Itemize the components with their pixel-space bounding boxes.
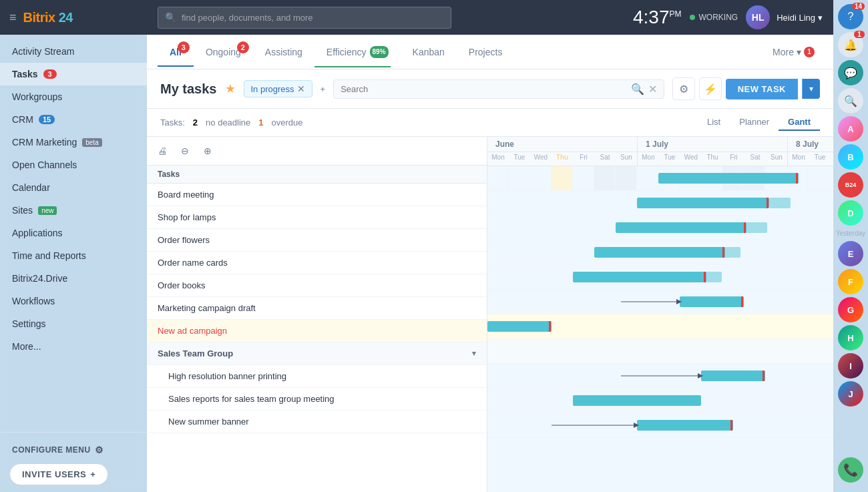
sidebar-item-label: Activity Stream [12, 46, 74, 57]
user-name[interactable]: Heidi Ling ▾ [777, 13, 823, 23]
contact-avatar-6[interactable]: F [838, 269, 863, 294]
no-deadline-count: 2 [193, 117, 198, 128]
gantt-row-high-res-banner[interactable]: High resolution banner printing [147, 365, 487, 388]
question-mark-icon: ? [848, 11, 854, 23]
hamburger-icon[interactable]: ≡ [9, 11, 17, 25]
gantt-row-order-books[interactable]: Order books [147, 274, 487, 297]
sidebar-item-settings[interactable]: Settings [0, 312, 147, 335]
gantt-row-shop-for-lamps[interactable]: Shop for lamps [147, 206, 487, 229]
contact-avatar-9[interactable]: I [838, 353, 863, 379]
print-icon-button[interactable]: 🖨 [154, 142, 171, 160]
user-avatar[interactable]: HL [746, 5, 770, 29]
day-label: Tue [809, 152, 831, 162]
tab-projects[interactable]: Projects [457, 37, 515, 67]
filter-search-input[interactable] [341, 84, 626, 94]
settings-icon-button[interactable]: ⚙ [672, 77, 695, 100]
gantt-row-sales-team-group[interactable]: Sales Team Group ▾ [147, 342, 487, 365]
search-input[interactable] [182, 7, 444, 28]
phone-icon-button[interactable]: 📞 [838, 452, 863, 488]
topbar-right: HL Heidi Ling ▾ [746, 5, 823, 29]
sidebar-item-time-reports[interactable]: Time and Reports [0, 244, 147, 267]
gantt-row-new-summer-banner[interactable]: New summer banner [147, 411, 487, 433]
notification-bell-button[interactable]: 🔔 1 [838, 32, 863, 57]
view-planner-button[interactable]: Planner [730, 114, 779, 131]
gantt-bar-order-name-cards [594, 247, 725, 258]
sidebar-item-calendar[interactable]: Calendar [0, 176, 147, 199]
configure-menu-button[interactable]: CONFIGURE MENU ⚙ [9, 439, 138, 461]
overdue-count: 1 [258, 117, 263, 128]
view-gantt-button[interactable]: Gantt [779, 114, 820, 131]
tab-more[interactable]: More ▾ 1 [765, 37, 823, 67]
sidebar-item-crm-marketing[interactable]: CRM Marketing beta [0, 131, 147, 154]
working-status[interactable]: WORKING [690, 13, 738, 22]
sidebar-item-more[interactable]: More... [0, 335, 147, 358]
new-task-dropdown-button[interactable]: ▾ [802, 79, 820, 99]
gantt-row-new-ad-campaign[interactable]: New ad campaign [147, 320, 487, 342]
day-label: Sat [744, 152, 766, 162]
day-label: Mon [638, 152, 659, 162]
gantt-row-order-name-cards[interactable]: Order name cards [147, 252, 487, 274]
sidebar-item-open-channels[interactable]: Open Channels [0, 154, 147, 176]
filter-search-box: 🔍 ✕ [333, 79, 664, 99]
view-list-button[interactable]: List [698, 114, 730, 131]
new-task-button[interactable]: NEW TASK [726, 79, 798, 99]
zoom-out-icon-button[interactable]: ⊖ [176, 142, 194, 160]
notification-badge: 1 [854, 31, 865, 38]
sidebar-item-activity-stream[interactable]: Activity Stream [0, 40, 147, 63]
zoom-in-icon-button[interactable]: ⊕ [199, 142, 216, 160]
gantt-row-board-meeting[interactable]: Board meeting [147, 184, 487, 206]
contact-avatar-3[interactable]: B24 [838, 172, 863, 198]
sidebar-item-label: Time and Reports [12, 250, 86, 261]
gantt-row-marketing-campaign[interactable]: Marketing campaign draft [147, 297, 487, 320]
star-icon[interactable]: ★ [225, 81, 236, 96]
gantt-area: 🖨 ⊖ ⊕ Tasks Board meeting Shop for lamps… [147, 137, 833, 492]
gantt-scroll-area[interactable]: June Mon Tue Wed Thu Fri Sat Sun [487, 137, 833, 492]
contact-avatar-8[interactable]: H [838, 325, 863, 350]
sidebar-item-workflows[interactable]: Workflows [0, 290, 147, 312]
contact-avatar-4[interactable]: D [838, 200, 863, 226]
sidebar-item-sites[interactable]: Sites new [0, 199, 147, 222]
gantt-arrow-summer [487, 413, 648, 438]
sidebar-item-applications[interactable]: Applications [0, 222, 147, 244]
tab-all[interactable]: All 3 [158, 37, 194, 67]
gantt-inner: June Mon Tue Wed Thu Fri Sat Sun [487, 137, 833, 438]
contact-avatar-2[interactable]: B [838, 144, 863, 170]
day-label: Thu [552, 152, 573, 162]
chat-icon-button[interactable]: 💬 [838, 60, 863, 85]
filter-add-button[interactable]: + [320, 84, 326, 94]
gantt-deadline-summer-banner [730, 420, 732, 431]
time-suffix: PM [670, 9, 682, 19]
help-icon-button[interactable]: ? 14 [838, 4, 863, 29]
tab-assisting[interactable]: Assisting [253, 37, 314, 67]
sidebar-item-crm[interactable]: CRM 15 [0, 108, 147, 131]
gantt-row-sales-reports[interactable]: Sales reports for sales team group meeti… [147, 388, 487, 411]
sidebar-item-tasks[interactable]: Tasks 3 [0, 63, 147, 85]
sidebar-item-workgroups[interactable]: Workgroups [0, 85, 147, 108]
filter-search-clear-icon[interactable]: ✕ [648, 83, 657, 95]
sidebar-item-label: Open Channels [12, 160, 77, 170]
flash-icon-button[interactable]: ⚡ [699, 77, 722, 100]
efficiency-badge: 89% [370, 46, 389, 58]
chip-close-icon[interactable]: ✕ [297, 83, 305, 94]
gantt-deadline-high-res [763, 371, 765, 381]
gantt-bar-sales-reports [573, 395, 701, 406]
contact-avatar-7[interactable]: G [838, 297, 863, 322]
day-label: Mon [788, 152, 809, 162]
contact-avatar-5[interactable]: E [838, 241, 863, 266]
contact-avatar-1[interactable]: A [838, 116, 863, 142]
gantt-deadline-board-meeting [796, 173, 798, 184]
overdue-text: overdue [272, 117, 303, 128]
july8-group: 8 July Mon Tue Wed Thu Fri Sat Sun Mon T… [788, 137, 833, 166]
gantt-row-order-flowers[interactable]: Order flowers [147, 229, 487, 252]
phone-icon: 📞 [838, 457, 863, 483]
tab-efficiency[interactable]: Efficiency 89% [314, 37, 401, 67]
search-icon-button[interactable]: 🔍 [838, 88, 863, 113]
gantt-date-header: June Mon Tue Wed Thu Fri Sat Sun [487, 137, 833, 166]
june-days: Mon Tue Wed Thu Fri Sat Sun [487, 152, 637, 162]
invite-users-button[interactable]: INVITE USERS + [9, 463, 108, 485]
tasks-title: My tasks [160, 81, 217, 97]
sidebar-item-drive[interactable]: Bitrix24.Drive [0, 267, 147, 290]
tab-ongoing[interactable]: Ongoing 2 [194, 37, 253, 67]
contact-avatar-10[interactable]: J [838, 381, 863, 407]
tab-kanban[interactable]: Kanban [401, 37, 457, 67]
